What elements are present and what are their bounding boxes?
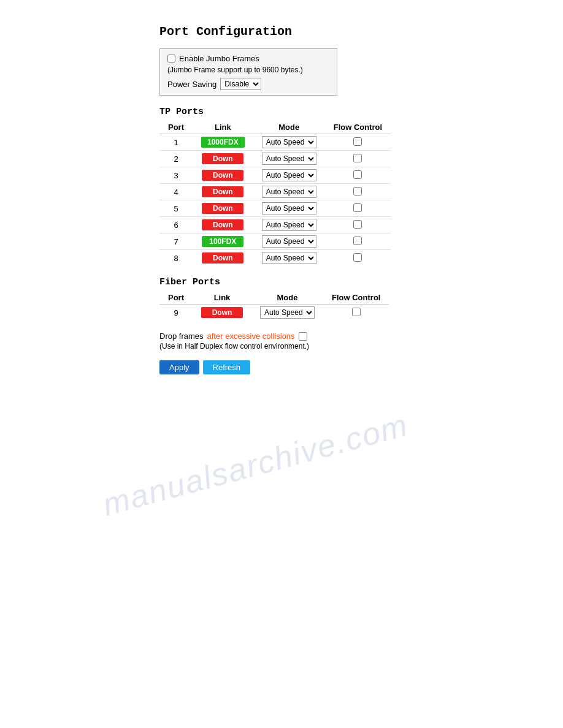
flow-control-checkbox[interactable] xyxy=(353,237,362,245)
flow-control-cell xyxy=(325,200,391,217)
mode-select[interactable]: Auto Speed10 Half10 Full100 Half100 Full… xyxy=(260,306,315,319)
tp-col-link: Link xyxy=(193,121,253,134)
flow-control-checkbox[interactable] xyxy=(353,137,362,146)
link-badge: Down xyxy=(202,252,243,264)
flow-control-checkbox[interactable] xyxy=(353,154,362,162)
flow-control-cell xyxy=(325,151,391,167)
mode-select[interactable]: Auto Speed10 Half10 Full100 Half100 Full… xyxy=(262,202,316,214)
port-number: 8 xyxy=(159,250,193,267)
drop-frames-section: Drop frames after excessive collisions (… xyxy=(159,332,563,351)
port-number: 7 xyxy=(159,233,193,250)
flow-control-cell xyxy=(323,305,389,321)
drop-frames-checkbox[interactable] xyxy=(299,332,307,341)
table-row: 7100FDXAuto Speed10 Half10 Full100 Half1… xyxy=(159,233,391,250)
power-saving-label: Power Saving xyxy=(167,80,216,89)
table-row: 3DownAuto Speed10 Half10 Full100 Half100… xyxy=(159,167,391,184)
flow-control-cell xyxy=(325,250,391,267)
flow-control-checkbox[interactable] xyxy=(353,170,362,179)
tp-ports-title: TP Ports xyxy=(159,107,563,117)
link-badge: Down xyxy=(201,307,243,318)
port-link-status: Down xyxy=(193,305,251,321)
flow-control-cell xyxy=(325,217,391,233)
page-title: Port Configuration xyxy=(159,25,563,39)
fiber-col-link: Link xyxy=(193,291,251,305)
port-number: 2 xyxy=(159,151,193,167)
table-row: 11000FDXAuto Speed10 Half10 Full100 Half… xyxy=(159,134,391,151)
tp-col-port: Port xyxy=(159,121,193,134)
settings-box: Enable Jumbo Frames (Jumbo Frame support… xyxy=(159,48,337,96)
table-row: 8DownAuto Speed10 Half10 Full100 Half100… xyxy=(159,250,391,267)
link-badge: Down xyxy=(202,153,243,164)
flow-control-cell xyxy=(325,233,391,250)
flow-control-checkbox[interactable] xyxy=(353,253,362,262)
mode-select[interactable]: Auto Speed10 Half10 Full100 Half100 Full… xyxy=(262,235,316,248)
table-row: 9DownAuto Speed10 Half10 Full100 Half100… xyxy=(159,305,389,321)
mode-select[interactable]: Auto Speed10 Half10 Full100 Half100 Full… xyxy=(262,219,316,231)
table-row: 6DownAuto Speed10 Half10 Full100 Half100… xyxy=(159,217,391,233)
flow-control-cell xyxy=(325,167,391,184)
port-number: 6 xyxy=(159,217,193,233)
port-number: 5 xyxy=(159,200,193,217)
drop-frames-label: Drop frames after excessive collisions xyxy=(159,332,563,341)
mode-select[interactable]: Auto Speed10 Half10 Full100 Half100 Full… xyxy=(262,186,316,198)
link-badge: Down xyxy=(202,170,243,181)
port-mode: Auto Speed10 Half10 Full100 Half100 Full… xyxy=(253,184,325,200)
drop-frames-text-start: Drop frames xyxy=(159,332,204,341)
jumbo-note: (Jumbo Frame support up to 9600 bytes.) xyxy=(167,66,329,74)
port-link-status: Down xyxy=(193,217,253,233)
port-link-status: Down xyxy=(193,151,253,167)
fiber-col-port: Port xyxy=(159,291,193,305)
link-badge: Down xyxy=(202,219,243,230)
drop-frames-note: (Use in Half Duplex flow control environ… xyxy=(159,342,563,351)
drop-frames-link[interactable]: after excessive collisions xyxy=(207,332,295,341)
tp-ports-table: Port Link Mode Flow Control 11000FDXAuto… xyxy=(159,121,391,266)
flow-control-checkbox[interactable] xyxy=(353,220,362,229)
port-mode: Auto Speed10 Half10 Full100 Half100 Full… xyxy=(253,200,325,217)
apply-button[interactable]: Apply xyxy=(159,360,199,374)
link-badge: 100FDX xyxy=(202,236,243,247)
action-buttons: Apply Refresh xyxy=(159,360,563,374)
table-row: 4DownAuto Speed10 Half10 Full100 Half100… xyxy=(159,184,391,200)
port-link-status: Down xyxy=(193,250,253,267)
flow-control-checkbox[interactable] xyxy=(353,187,362,195)
port-mode: Auto Speed10 Half10 Full100 Half100 Full… xyxy=(253,134,325,151)
link-badge: 1000FDX xyxy=(201,137,245,148)
fiber-col-mode: Mode xyxy=(251,291,323,305)
port-number: 4 xyxy=(159,184,193,200)
table-row: 2DownAuto Speed10 Half10 Full100 Half100… xyxy=(159,151,391,167)
flow-control-checkbox[interactable] xyxy=(353,203,362,212)
port-number: 1 xyxy=(159,134,193,151)
port-mode: Auto Speed10 Half10 Full100 Half100 Full… xyxy=(253,250,325,267)
port-mode: Auto Speed10 Half10 Full100 Half100 Full… xyxy=(253,217,325,233)
tp-col-mode: Mode xyxy=(253,121,325,134)
fiber-ports-title: Fiber Ports xyxy=(159,277,563,287)
flow-control-checkbox[interactable] xyxy=(352,308,361,316)
link-badge: Down xyxy=(202,186,243,197)
jumbo-frames-label: Enable Jumbo Frames xyxy=(167,54,329,63)
port-link-status: Down xyxy=(193,184,253,200)
port-number: 9 xyxy=(159,305,193,321)
mode-select[interactable]: Auto Speed10 Half10 Full100 Half100 Full… xyxy=(262,169,316,181)
port-link-status: Down xyxy=(193,200,253,217)
link-badge: Down xyxy=(202,203,243,214)
tp-col-flow: Flow Control xyxy=(325,121,391,134)
flow-control-cell xyxy=(325,134,391,151)
mode-select[interactable]: Auto Speed10 Half10 Full100 Half100 Full… xyxy=(262,153,316,165)
refresh-button[interactable]: Refresh xyxy=(203,360,251,374)
port-mode: Auto Speed10 Half10 Full100 Half100 Full… xyxy=(251,305,323,321)
port-mode: Auto Speed10 Half10 Full100 Half100 Full… xyxy=(253,233,325,250)
port-link-status: 1000FDX xyxy=(193,134,253,151)
port-mode: Auto Speed10 Half10 Full100 Half100 Full… xyxy=(253,151,325,167)
mode-select[interactable]: Auto Speed10 Half10 Full100 Half100 Full… xyxy=(262,136,316,148)
jumbo-frames-checkbox[interactable] xyxy=(167,55,175,63)
fiber-col-flow: Flow Control xyxy=(323,291,389,305)
fiber-ports-table: Port Link Mode Flow Control 9DownAuto Sp… xyxy=(159,291,389,320)
flow-control-cell xyxy=(325,184,391,200)
mode-select[interactable]: Auto Speed10 Half10 Full100 Half100 Full… xyxy=(262,252,316,264)
port-link-status: 100FDX xyxy=(193,233,253,250)
port-number: 3 xyxy=(159,167,193,184)
port-mode: Auto Speed10 Half10 Full100 Half100 Full… xyxy=(253,167,325,184)
power-saving-select[interactable]: Disable Enable xyxy=(220,78,261,90)
table-row: 5DownAuto Speed10 Half10 Full100 Half100… xyxy=(159,200,391,217)
port-link-status: Down xyxy=(193,167,253,184)
